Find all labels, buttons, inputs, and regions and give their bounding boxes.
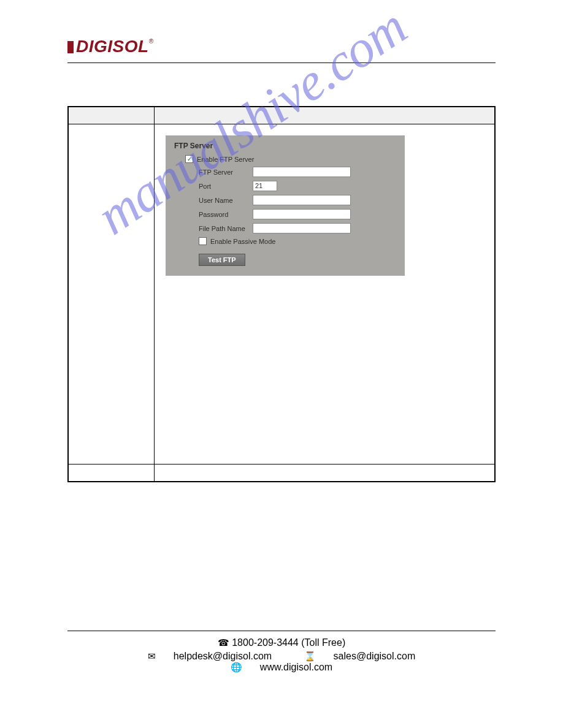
brand-logo-tm: ® [149,38,154,45]
phone-icon: ☎ [218,637,229,648]
ftp-panel-title: FTP Server [174,142,396,150]
table-footer-right [155,464,495,482]
ftp-port-field-row: Port 21 [174,181,396,191]
test-ftp-button[interactable]: Test FTP [199,254,245,266]
ftp-path-input[interactable] [253,223,351,233]
ftp-port-input[interactable]: 21 [253,181,277,191]
footer-helpdesk-item: ✉ helpdesk@digisol.com [140,651,279,662]
passive-mode-label: Enable Passive Mode [210,238,275,245]
logo-bar-icon [67,41,74,53]
table-header-right [155,107,495,124]
brand-logo: DIGISOL® [67,37,496,56]
content-table: FTP Server ✓ Enable FTP Server FTP Serve… [67,106,496,482]
ftp-user-input[interactable] [253,195,351,205]
ftp-server-label: FTP Server [199,169,253,176]
table-header-left [69,107,155,124]
enable-ftp-row: ✓ Enable FTP Server [174,155,396,163]
footer-helpdesk: helpdesk@digisol.com [174,651,272,662]
ftp-user-label: User Name [199,197,253,204]
footer-sales-item: ⌛ sales@digisol.com [297,651,423,662]
ftp-path-field-row: File Path Name [174,223,396,233]
mail-icon: ✉ [148,651,156,662]
ftp-password-input[interactable] [253,209,351,219]
ftp-path-label: File Path Name [199,225,253,232]
table-footer-left [69,464,155,482]
footer-sales: sales@digisol.com [334,651,416,662]
ftp-server-panel: FTP Server ✓ Enable FTP Server FTP Serve… [166,135,405,276]
ftp-password-field-row: Password [174,209,396,219]
header-divider [67,63,496,63]
table-left-cell [69,124,155,464]
ftp-port-label: Port [199,183,253,190]
footer-phone: 1800-209-3444 (Toll Free) [232,637,345,648]
brand-logo-text: DIGISOL [76,37,149,56]
ftp-server-input[interactable] [253,167,351,177]
enable-ftp-label: Enable FTP Server [197,156,254,163]
footer-web: www.digisol.com [260,662,332,673]
page-footer: ☎ 1800-209-3444 (Toll Free) ✉ helpdesk@d… [67,631,496,673]
footer-phone-line: ☎ 1800-209-3444 (Toll Free) [67,637,496,648]
passive-mode-checkbox[interactable] [199,237,207,245]
passive-mode-row: Enable Passive Mode [174,237,396,245]
table-body-cell: FTP Server ✓ Enable FTP Server FTP Serve… [155,124,495,464]
hourglass-icon: ⌛ [304,651,316,662]
ftp-password-label: Password [199,211,253,218]
globe-icon: 🌐 [231,662,242,673]
footer-contacts-line: ✉ helpdesk@digisol.com ⌛ sales@digisol.c… [67,651,496,673]
ftp-server-field-row: FTP Server [174,167,396,177]
footer-web-item: 🌐 www.digisol.com [223,662,340,673]
enable-ftp-checkbox[interactable]: ✓ [185,155,193,163]
ftp-user-field-row: User Name [174,195,396,205]
